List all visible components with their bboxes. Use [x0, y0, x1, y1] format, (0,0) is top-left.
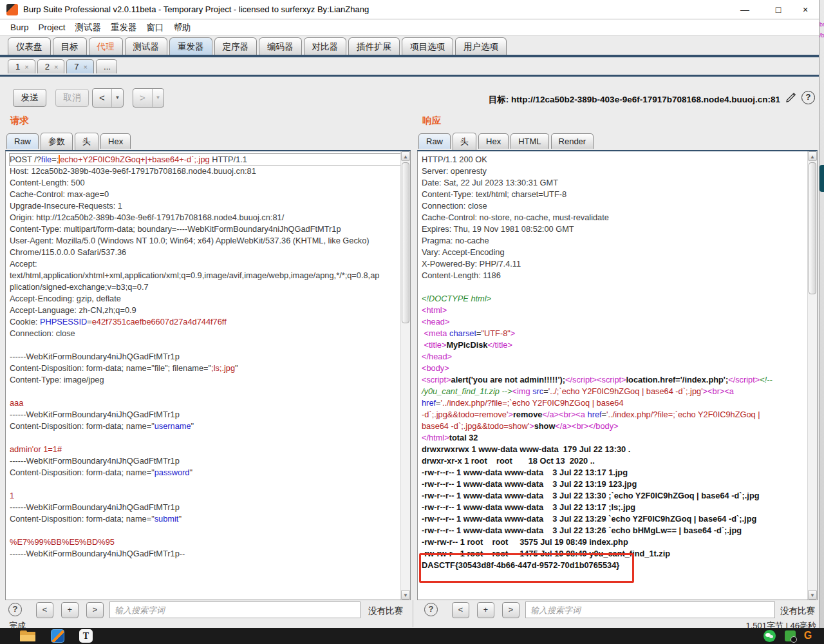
main-tab[interactable]: 目标 — [53, 37, 87, 55]
text-line: Expires: Thu, 19 Nov 1981 08:52:00 GMT — [422, 223, 807, 235]
view-tab[interactable]: 头 — [75, 133, 98, 150]
main-tab[interactable]: 代理 — [89, 37, 123, 55]
view-tab[interactable]: Raw — [418, 133, 451, 149]
close-tab-icon[interactable]: × — [24, 63, 28, 71]
main-tab[interactable]: 重发器 — [169, 37, 212, 55]
main-tab[interactable]: 定序器 — [214, 37, 258, 55]
text-line — [10, 478, 400, 490]
text-line: drwxrwxrwx 1 www-data www-data 179 Jul 2… — [422, 444, 807, 455]
send-button[interactable]: 发送 — [13, 89, 46, 107]
main-tab[interactable]: 对比器 — [304, 37, 347, 55]
menu-item[interactable]: 测试器 — [75, 20, 102, 35]
text-line: ------WebKitFormBoundary4niJhQGadFtMTr1p — [10, 409, 400, 421]
tray-orange-icon[interactable]: G — [801, 629, 814, 643]
request-search-help-icon[interactable]: ? — [8, 603, 22, 616]
target-url: 目标: http://12ca50b2-389b-403e-9e6f-17917… — [386, 94, 780, 106]
response-scrollbar[interactable]: ▲ ▼ — [807, 151, 817, 600]
menu-item[interactable]: Project — [39, 20, 66, 35]
repeater-tab[interactable]: 2× — [37, 59, 65, 73]
response-search-add-button[interactable]: + — [477, 602, 494, 618]
scroll-down-icon[interactable]: ▼ — [401, 590, 410, 600]
request-raw-text[interactable]: POST /?file=;echo+Y2F0IC9hZGoq+|+base64+… — [6, 151, 400, 600]
text-line: admin'or 1=1# — [10, 444, 400, 455]
main-tab[interactable]: 仪表盘 — [8, 37, 51, 55]
main-tab-underline — [0, 55, 819, 57]
response-search-next-button[interactable]: > — [502, 602, 520, 618]
response-editor[interactable]: HTTP/1.1 200 OKServer: openrestyDate: Sa… — [417, 150, 818, 600]
menu-item[interactable]: 帮助 — [174, 20, 191, 35]
response-search-input[interactable] — [525, 601, 775, 618]
response-search-help-icon[interactable]: ? — [424, 603, 438, 616]
tray-green-icon[interactable] — [785, 630, 796, 641]
view-tab[interactable]: 头 — [453, 133, 476, 150]
file-explorer-icon[interactable] — [20, 630, 35, 641]
text-line: -rw-rw-r-- 1 root root 3575 Jul 19 08:49… — [422, 536, 807, 548]
request-search-prev-button[interactable]: < — [36, 602, 53, 618]
panel-divider — [413, 600, 413, 627]
text-line: X-Powered-By: PHP/7.4.11 — [422, 258, 807, 270]
text-line: Chrome/115.0.0.0 Safari/537.36 — [10, 247, 400, 258]
text-line: -rw-r--r-- 1 www-data www-data 3 Jul 22 … — [422, 490, 807, 502]
maximize-button[interactable]: □ — [771, 3, 785, 17]
scroll-down-icon[interactable]: ▼ — [808, 590, 817, 600]
close-tab-icon[interactable]: × — [54, 63, 58, 71]
wechat-icon[interactable] — [763, 630, 776, 642]
view-tab[interactable]: Render — [551, 133, 594, 149]
text-line: POST /?file=;echo+Y2F0IC9hZGoq+|+base64+… — [10, 154, 400, 166]
request-view-tabs: Raw参数头Hex — [6, 133, 133, 150]
menu-item[interactable]: 窗口 — [147, 20, 164, 35]
forward-dropdown-icon: ▼ — [152, 89, 164, 107]
typora-icon[interactable]: T — [79, 629, 93, 643]
text-line — [422, 281, 807, 293]
request-search-add-button[interactable]: + — [61, 602, 79, 618]
main-tab[interactable]: 项目选项 — [402, 37, 453, 55]
repeater-tab[interactable]: ... — [96, 59, 117, 73]
view-tab[interactable]: Raw — [6, 133, 39, 149]
request-search-input[interactable] — [109, 601, 360, 618]
repeater-tab[interactable]: 1× — [8, 59, 35, 73]
text-line: -d`;.jpg&&todo=remove'>remove</a><br><a … — [422, 409, 807, 421]
request-search-result: 没有比赛 — [368, 605, 403, 617]
view-tab[interactable]: Hex — [100, 133, 131, 149]
menu-item[interactable]: 重发器 — [111, 20, 137, 35]
target-help-icon[interactable]: ? — [801, 91, 815, 104]
text-line: Content-Type: text/html; charset=UTF-8 — [422, 189, 807, 200]
response-scrollbar-thumb[interactable] — [809, 162, 816, 294]
history-back-button[interactable]: < ▼ — [92, 88, 124, 108]
history-forward-button: > ▼ — [133, 88, 164, 108]
view-tab[interactable]: HTML — [510, 133, 548, 149]
main-tab[interactable]: 插件扩展 — [348, 37, 400, 55]
scroll-up-icon[interactable]: ▲ — [808, 151, 817, 161]
view-tab[interactable]: 参数 — [41, 133, 73, 150]
view-tab[interactable]: Hex — [478, 133, 509, 149]
request-editor[interactable]: POST /?file=;echo+Y2F0IC9hZGoq+|+base64+… — [5, 150, 411, 600]
vmware-icon[interactable] — [51, 629, 64, 643]
text-line: User-Agent: Mozilla/5.0 (Windows NT 10.0… — [10, 235, 400, 247]
request-scrollbar[interactable]: ▲ ▼ — [400, 151, 410, 600]
text-line: -rw-r--r-- 1 www-data www-data 3 Jul 22 … — [422, 513, 807, 525]
main-tab[interactable]: 用户选项 — [455, 37, 507, 55]
scroll-up-icon[interactable]: ▲ — [401, 151, 410, 161]
request-search-next-button[interactable]: > — [86, 602, 104, 618]
main-tab-bar: 仪表盘目标代理测试器重发器定序器编码器对比器插件扩展项目选项用户选项 — [8, 37, 509, 55]
text-line: Content-Disposition: form-data; name="fi… — [10, 363, 400, 374]
edit-target-pencil-icon[interactable] — [785, 91, 798, 104]
text-line: /y0u_cant_find_1t.zip --><img src='../;`… — [422, 386, 807, 397]
back-icon[interactable]: < — [93, 89, 111, 107]
text-line: Date: Sat, 22 Jul 2023 13:30:31 GMT — [422, 177, 807, 189]
text-line: ------WebKitFormBoundary4niJhQGadFtMTr1p… — [10, 548, 400, 560]
close-tab-icon[interactable]: × — [84, 63, 88, 71]
text-line: ------WebKitFormBoundary4niJhQGadFtMTr1p — [10, 455, 400, 467]
request-scrollbar-thumb[interactable] — [402, 162, 409, 323]
main-tab[interactable]: 编码器 — [259, 37, 302, 55]
main-tab[interactable]: 测试器 — [125, 37, 168, 55]
response-raw-text[interactable]: HTTP/1.1 200 OKServer: openrestyDate: Sa… — [418, 151, 807, 600]
response-search-prev-button[interactable]: < — [452, 602, 469, 618]
back-dropdown-icon[interactable]: ▼ — [111, 89, 123, 107]
menu-item[interactable]: Burp — [10, 20, 29, 35]
text-line: <html> — [422, 305, 807, 316]
minimize-button[interactable]: — — [738, 3, 752, 17]
close-button[interactable]: × — [798, 3, 812, 17]
repeater-tab[interactable]: 7× — [66, 59, 94, 73]
text-line: Content-Disposition: form-data; name="su… — [10, 513, 400, 525]
